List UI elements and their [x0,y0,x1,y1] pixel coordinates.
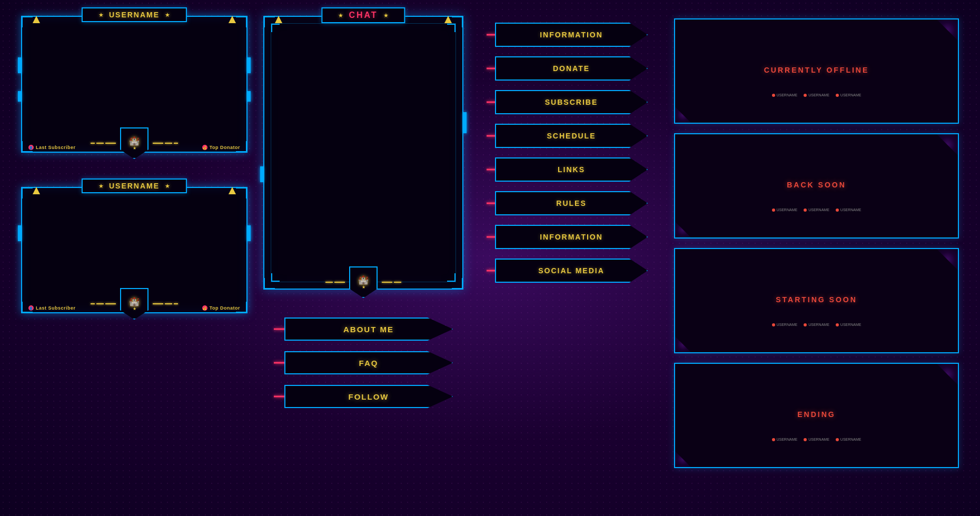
subscribe-btn[interactable]: SUBSCRIBE [479,88,658,116]
ending-cut-tr [937,364,958,385]
wing-line-1b [96,143,104,144]
follow-btn[interactable]: FOLLOW [263,383,463,410]
stream-frame-2: ★ USERNAME ★ 👤 Last Subscriber 💰 Top Don… [21,187,248,313]
ending-meta-1: USERNAME [771,438,797,441]
corner-tab-tl-1 [33,16,40,23]
shield-star-1: ★ [133,146,136,151]
offline-dot-1 [771,94,775,97]
wing-line-2f [174,303,178,304]
social-media-shape: SOCIAL MEDIA [495,259,648,283]
subscriber-icon-1: 👤 [28,145,34,150]
wing-right-1 [153,143,178,144]
back-soon-cut-bl [675,222,691,237]
stream-frame-1: ★ USERNAME ★ 👤 Last Subscriber 💰 Top Don… [21,16,248,153]
star-right-1: ★ [165,12,170,18]
information2-btn[interactable]: INFORMATION [479,223,658,251]
back-soon-panel: BACK SOON USERNAME USERNAME USERNAME [674,133,959,239]
wing-line-1d [153,143,163,144]
corner-tab-tl-2 [33,187,40,194]
chat-side-deco-r [463,112,467,133]
stream-panel-1: ★ USERNAME ★ 👤 Last Subscriber 💰 Top Don… [21,16,248,153]
side-deco-right-bottom-1 [248,91,251,102]
offline-meta-1: USERNAME [771,93,797,97]
faq-shape: FAQ [284,351,453,374]
stream-panel-2: ★ USERNAME ★ 👤 Last Subscriber 💰 Top Don… [21,187,248,313]
shield-2: 🏰 ★ [120,288,149,320]
ending-label: ENDING [797,410,835,419]
offline-dot-2 [804,94,807,97]
chat-inner-corner-tl [271,24,280,32]
schedule-btn[interactable]: SCHEDULE [479,122,658,150]
donate-label: DONATE [553,64,590,73]
last-subscriber-1: 👤 Last Subscriber [28,145,76,150]
about-me-label: ABOUT ME [343,325,394,334]
stream-frames-column: ★ USERNAME ★ 👤 Last Subscriber 💰 Top Don… [21,16,248,313]
ending-cut-bl [675,451,691,467]
wing-line-1a [105,143,116,144]
chat-wing-line-2 [325,282,333,283]
action-buttons: ABOUT ME FAQ FOLLOW [263,316,463,410]
rules-label: RULES [556,199,586,207]
follow-label: FOLLOW [349,392,389,401]
information-label: INFORMATION [540,31,603,39]
about-me-btn[interactable]: ABOUT ME [263,316,463,342]
ending-meta: USERNAME USERNAME USERNAME [771,438,861,441]
wing-left-1 [91,143,116,144]
corner-tr-1 [236,16,248,27]
wing-line-2c [91,303,95,304]
star-left-1: ★ [98,12,104,18]
rules-btn[interactable]: RULES [479,190,658,217]
ending-dot-3 [836,438,839,441]
chat-inner-corner-tr [447,24,456,32]
chat-shield: 🏰 ★ [349,266,378,298]
links-shape: LINKS [495,157,648,182]
links-btn[interactable]: LINKS [479,156,658,183]
nav-buttons-column: INFORMATION DONATE SUBSCRIBE SCHEDULE LI… [479,16,658,284]
chat-panel: ★ CHAT ★ 🏰 ★ [263,16,463,290]
side-deco-left-bottom-1 [18,91,21,102]
starting-soon-label: STARTING SOON [776,295,857,304]
donator-icon-1: 💰 [202,145,207,150]
donate-btn[interactable]: DONATE [479,55,658,82]
starting-soon-dot-2 [804,323,807,326]
back-soon-label: BACK SOON [787,181,846,189]
offline-panel: CURRENTLY OFFLINE USERNAME USERNAME USER… [674,18,959,124]
side-deco-right-top-2 [248,225,251,241]
links-label: LINKS [558,165,585,174]
shield-tower-1: 🏰 [129,136,140,146]
chat-column: ★ CHAT ★ 🏰 ★ [263,16,463,410]
starting-soon-meta-2: USERNAME [804,323,829,326]
donator-icon-2: 💰 [202,305,207,311]
chat-title: CHAT [349,11,378,20]
corner-tr-2 [236,187,248,199]
offline-cut-bl [675,107,691,123]
about-me-shape: ABOUT ME [284,317,453,341]
wing-line-2d [153,303,163,304]
information-shape: INFORMATION [495,23,648,47]
ending-dot-1 [771,438,775,441]
ending-meta-3: USERNAME [836,438,862,441]
chat-star-right: ★ [383,12,389,19]
panel-header-1: ★ USERNAME ★ [82,7,187,22]
offline-meta: USERNAME USERNAME USERNAME [771,93,861,97]
starting-soon-cut-tr [937,249,958,270]
back-soon-dot-2 [804,209,807,212]
social-media-btn[interactable]: SOCIAL MEDIA [479,257,658,284]
wing-line-2b [96,303,104,304]
shield-tower-2: 🏰 [129,296,140,306]
wing-line-1e [165,143,172,144]
star-left-2: ★ [98,183,104,190]
information-btn[interactable]: INFORMATION [479,21,658,48]
subscriber-icon-2: 👤 [28,305,34,311]
starting-soon-dot-3 [836,323,839,326]
faq-btn[interactable]: FAQ [263,350,463,376]
back-soon-dot-1 [771,209,775,212]
side-deco-left-top-2 [18,225,21,241]
starting-soon-dot-1 [771,323,775,326]
chat-header: ★ CHAT ★ [321,7,405,23]
back-soon-meta: USERNAME USERNAME USERNAME [771,208,861,212]
corner-tab-tr-1 [229,16,236,23]
side-deco-right-top-1 [248,57,251,73]
top-donator-2: 💰 Top Donator [202,305,240,311]
back-soon-meta-2: USERNAME [804,208,829,212]
